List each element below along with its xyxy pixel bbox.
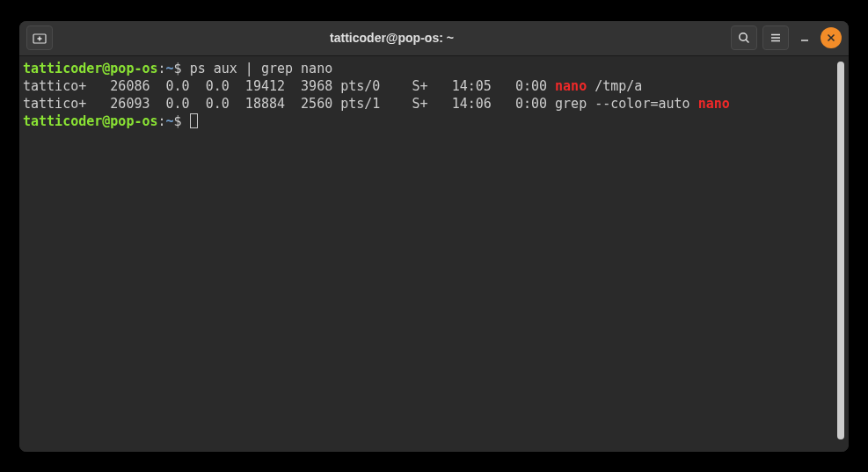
terminal-body[interactable]: tatticoder@pop-os:~$ ps aux | grep nano … — [19, 56, 849, 452]
prompt-path: ~ — [166, 61, 174, 76]
titlebar: tatticoder@pop-os: ~ — [19, 21, 849, 56]
minimize-icon — [799, 33, 810, 43]
new-tab-button[interactable] — [26, 25, 53, 50]
output-line-1-highlight: nano — [555, 78, 587, 94]
titlebar-left-group — [26, 25, 53, 50]
close-button[interactable] — [821, 27, 842, 48]
prompt-colon-2: : — [158, 113, 166, 129]
prompt-user-2: tatticoder@pop-os — [23, 113, 158, 129]
output-line-1-pre: tattico+ 26086 0.0 0.0 19412 3968 pts/0 … — [23, 78, 555, 94]
scrollbar-thumb[interactable] — [837, 62, 844, 439]
terminal-window: tatticoder@pop-os: ~ — [19, 21, 849, 452]
prompt-user: tatticoder@pop-os — [23, 61, 158, 76]
svg-line-4 — [746, 40, 748, 42]
prompt-path-2: ~ — [166, 113, 174, 129]
command-text: ps aux | grep nano — [190, 61, 333, 76]
new-tab-icon — [33, 32, 47, 44]
prompt-dollar-2: $ — [174, 113, 190, 129]
svg-point-3 — [740, 33, 747, 40]
prompt-dollar: $ — [174, 61, 190, 76]
window-title: tatticoder@pop-os: ~ — [53, 31, 731, 45]
terminal-content[interactable]: tatticoder@pop-os:~$ ps aux | grep nano … — [23, 60, 836, 448]
search-icon — [738, 32, 750, 44]
prompt-colon: : — [158, 61, 166, 76]
close-icon — [827, 33, 835, 42]
minimize-button[interactable] — [794, 27, 815, 48]
titlebar-right-group — [731, 25, 842, 50]
hamburger-icon — [770, 32, 782, 44]
cursor — [190, 113, 198, 128]
search-button[interactable] — [731, 25, 757, 50]
output-line-2-highlight: nano — [698, 96, 730, 112]
menu-button[interactable] — [762, 25, 789, 50]
output-line-1-post: /tmp/a — [587, 78, 642, 94]
output-line-2-pre: tattico+ 26093 0.0 0.0 18884 2560 pts/1 … — [23, 96, 698, 112]
scrollbar[interactable] — [836, 60, 845, 448]
